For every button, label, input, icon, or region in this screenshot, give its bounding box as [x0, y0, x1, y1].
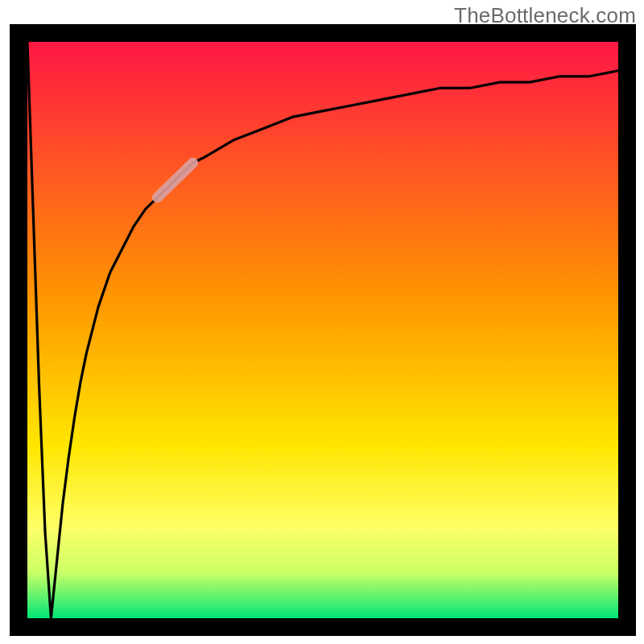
watermark-text: TheBottleneck.com: [454, 3, 636, 28]
svg-rect-2: [10, 24, 27, 636]
chart-container: TheBottleneck.com: [0, 0, 644, 644]
bottleneck-chart: [0, 0, 644, 644]
svg-rect-3: [618, 24, 636, 636]
plot-background: [27, 42, 618, 618]
svg-rect-1: [10, 618, 636, 636]
